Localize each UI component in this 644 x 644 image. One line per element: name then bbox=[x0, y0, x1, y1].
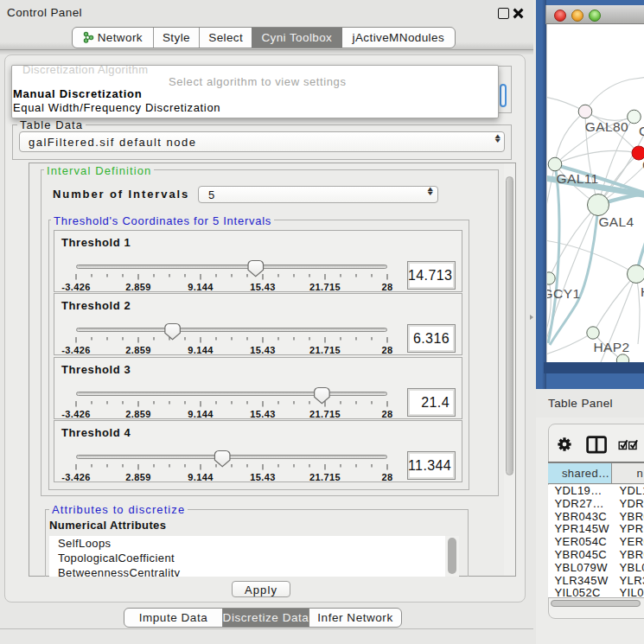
svg-text:GCY1: GCY1 bbox=[547, 286, 580, 301]
svg-text:GAL11: GAL11 bbox=[556, 171, 598, 186]
svg-text:21.715: 21.715 bbox=[309, 345, 341, 355]
svg-text:GA: GA bbox=[639, 124, 644, 138]
svg-text:9.144: 9.144 bbox=[188, 408, 214, 418]
svg-text:28: 28 bbox=[381, 345, 392, 355]
svg-text:9.144: 9.144 bbox=[188, 345, 214, 355]
svg-text:28: 28 bbox=[381, 408, 392, 418]
svg-text:2.859: 2.859 bbox=[125, 408, 151, 418]
svg-text:28: 28 bbox=[381, 282, 392, 292]
svg-text:2.859: 2.859 bbox=[125, 282, 151, 292]
svg-text:15.43: 15.43 bbox=[250, 282, 276, 292]
svg-text:21.715: 21.715 bbox=[309, 472, 341, 482]
svg-text:21.715: 21.715 bbox=[309, 282, 341, 292]
svg-text:HAP2: HAP2 bbox=[593, 340, 629, 354]
svg-text:-3.426: -3.426 bbox=[61, 472, 91, 482]
svg-text:9.144: 9.144 bbox=[188, 472, 214, 482]
svg-text:GAL80: GAL80 bbox=[584, 119, 628, 134]
svg-text:28: 28 bbox=[381, 472, 392, 482]
svg-text:15.43: 15.43 bbox=[250, 408, 276, 418]
svg-text:15.43: 15.43 bbox=[250, 345, 276, 355]
svg-text:-3.426: -3.426 bbox=[61, 408, 91, 418]
svg-text:2.859: 2.859 bbox=[125, 345, 151, 355]
svg-text:2.859: 2.859 bbox=[125, 472, 151, 482]
svg-text:HI: HI bbox=[641, 284, 644, 299]
svg-text:9.144: 9.144 bbox=[188, 282, 214, 292]
svg-text:15.43: 15.43 bbox=[250, 472, 276, 482]
svg-text:-3.426: -3.426 bbox=[61, 345, 91, 355]
svg-text:GAL4: GAL4 bbox=[598, 214, 634, 229]
svg-text:-3.426: -3.426 bbox=[61, 282, 91, 292]
svg-text:21.715: 21.715 bbox=[309, 408, 341, 418]
